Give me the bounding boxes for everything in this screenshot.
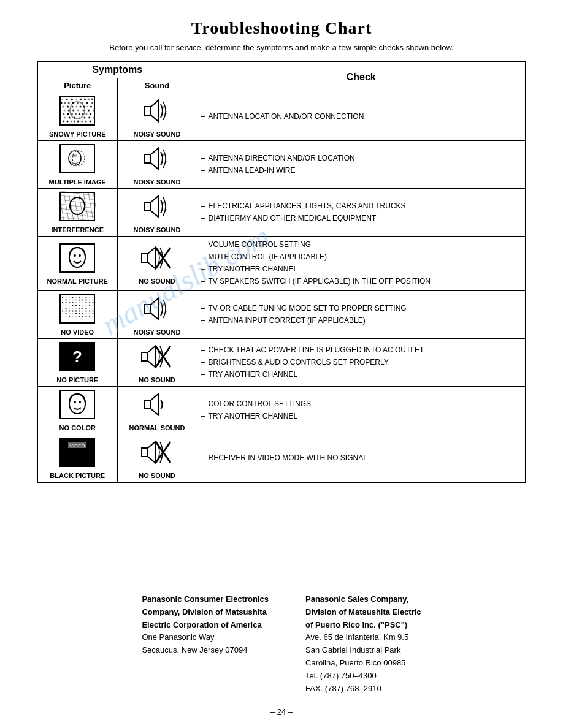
svg-rect-139: [75, 305, 77, 306]
footer-left-line2: Secaucus, New Jersey 07094: [142, 645, 247, 654]
svg-rect-128: [72, 302, 74, 303]
svg-point-15: [86, 102, 88, 104]
svg-point-50: [67, 121, 69, 123]
svg-point-23: [86, 106, 88, 108]
svg-point-29: [78, 110, 80, 112]
svg-point-197: [74, 401, 76, 403]
picture-icon: [59, 96, 96, 126]
svg-rect-173: [89, 313, 90, 314]
check-item: BRIGHTNESS & AUDIO CONTROLS SET PROPERLY: [201, 357, 522, 368]
svg-rect-71: [145, 154, 151, 163]
svg-text:♫: ♫: [164, 110, 168, 115]
svg-rect-150: [79, 308, 80, 309]
svg-point-47: [88, 117, 90, 119]
svg-point-37: [79, 113, 80, 115]
svg-rect-118: [72, 300, 74, 301]
picture-col-header: Picture: [37, 78, 117, 93]
page-number: – 24 –: [37, 707, 526, 716]
svg-rect-170: [79, 313, 80, 314]
svg-rect-126: [66, 302, 67, 303]
svg-point-7: [88, 99, 90, 100]
svg-point-26: [64, 110, 66, 112]
svg-point-58: [65, 124, 67, 126]
sound-icon: [139, 341, 175, 372]
picture-label: NO VIDEO: [42, 328, 113, 336]
svg-rect-176: [66, 316, 67, 317]
sound-cell: NO SOUND: [117, 339, 197, 387]
svg-point-24: [90, 106, 92, 108]
sound-cell: NO SOUND: [117, 434, 197, 483]
svg-rect-133: [89, 302, 90, 303]
svg-marker-205: [148, 442, 155, 463]
svg-rect-66: [60, 145, 94, 173]
check-cell: RECEIVER IN VIDEO MODE WITH NO SIGNAL: [197, 434, 526, 483]
table-row: ? NO PICTURE NO SOUND CHECK THAT AC POWE…: [37, 339, 526, 387]
svg-rect-111: [82, 297, 83, 298]
sound-icon: [139, 389, 175, 420]
svg-rect-108: [72, 297, 74, 298]
svg-point-60: [75, 124, 77, 126]
svg-point-56: [90, 121, 91, 123]
picture-label: NO COLOR: [42, 424, 113, 431]
svg-rect-158: [72, 311, 74, 312]
svg-rect-169: [75, 313, 77, 314]
check-cell: VOLUME CONTROL SETTINGMUTE CONTROL (IF A…: [197, 237, 526, 291]
sound-icon: ♪ ♫: [139, 294, 175, 324]
svg-rect-191: [142, 352, 148, 361]
svg-rect-117: [69, 300, 70, 301]
svg-rect-113: [89, 297, 90, 298]
svg-rect-183: [89, 316, 90, 317]
svg-rect-166: [66, 313, 67, 314]
svg-point-59: [70, 124, 72, 126]
svg-point-8: [91, 99, 93, 100]
svg-rect-122: [86, 300, 87, 301]
svg-rect-160: [79, 311, 80, 312]
picture-icon: ?: [59, 341, 96, 372]
svg-point-1: [61, 99, 63, 100]
svg-rect-137: [69, 305, 70, 306]
svg-point-48: [93, 117, 95, 119]
svg-rect-0: [60, 97, 94, 125]
check-item: ELECTRICAL APPLIANCES, LIGHTS, CARS AND …: [201, 200, 522, 211]
svg-rect-130: [79, 302, 80, 303]
troubleshooting-table: Symptoms Check Picture Sound SNOWY PICTU…: [37, 61, 526, 483]
svg-point-39: [86, 113, 88, 115]
svg-point-30: [83, 110, 85, 112]
svg-point-18: [67, 106, 69, 108]
svg-point-36: [75, 113, 77, 115]
sound-cell: NO SOUND: [117, 237, 197, 291]
svg-point-4: [76, 99, 78, 100]
picture-icon: [59, 294, 96, 324]
check-item: TRY ANOTHER CHANNEL: [201, 369, 522, 380]
svg-rect-155: [62, 311, 63, 312]
sound-cell: ♪ ♫ NOISY SOUND: [117, 291, 197, 339]
picture-cell: NO COLOR: [37, 387, 117, 434]
table-row: NO COLOR NORMAL SOUND COLOR CONTROL SETT…: [37, 387, 526, 434]
svg-point-17: [63, 106, 64, 108]
table-row: VIDEO BLACK PICTURE NO SOUND RECEIVER IN…: [37, 434, 526, 483]
svg-line-87: [60, 204, 94, 208]
footer-right-bold2: Division of Matsushita Electric: [305, 607, 421, 616]
picture-cell: VIDEO BLACK PICTURE: [37, 434, 117, 483]
svg-rect-148: [72, 308, 74, 309]
svg-rect-132: [86, 302, 87, 303]
footer-right-line2: San Gabriel Industrial Park: [305, 645, 400, 654]
svg-rect-179: [75, 316, 77, 317]
svg-rect-199: [145, 400, 151, 409]
svg-point-27: [68, 110, 70, 112]
check-item: TV SPEAKERS SWITCH (IF APPLICABLE) IN TH…: [201, 276, 522, 287]
svg-rect-105: [62, 297, 63, 298]
svg-rect-161: [82, 311, 83, 312]
picture-label: BLACK PICTURE: [42, 472, 113, 479]
svg-rect-167: [69, 313, 70, 314]
symptoms-header: Symptoms: [37, 61, 197, 78]
svg-rect-172: [86, 313, 87, 314]
svg-rect-153: [89, 308, 90, 309]
svg-rect-106: [66, 297, 67, 298]
svg-rect-112: [86, 297, 87, 298]
picture-cell: INTERFERENCE: [37, 189, 117, 237]
svg-point-55: [85, 121, 87, 123]
svg-rect-175: [62, 316, 63, 317]
page-title: Troubleshooting Chart: [37, 18, 526, 38]
sound-label: NORMAL SOUND: [121, 424, 193, 431]
